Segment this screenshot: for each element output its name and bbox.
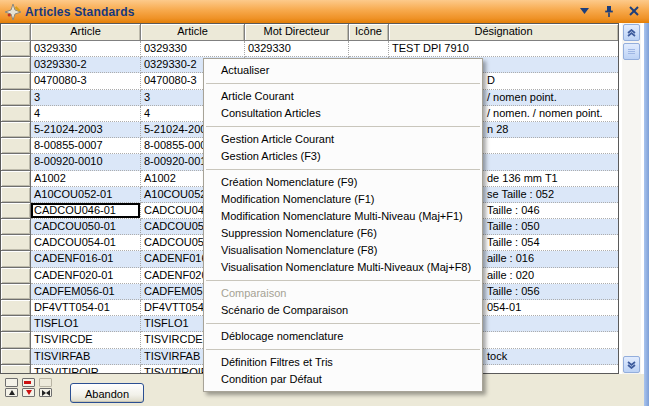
chevron-up-icon xyxy=(627,29,636,37)
context-menu: ActualiserArticle CourantConsultation Ar… xyxy=(203,58,483,392)
article-cell[interactable]: TISVIRCDE xyxy=(31,332,141,348)
article2-cell[interactable]: 0329330 xyxy=(141,41,245,57)
article-cell[interactable]: CADCOU050-01 xyxy=(31,219,141,235)
menu-item[interactable]: Modification Nomenclature Multi-Niveau (… xyxy=(204,208,482,225)
menu-item[interactable]: Visualisation Nomenclature (F8) xyxy=(204,242,482,259)
row-header[interactable] xyxy=(1,73,31,89)
row-header[interactable] xyxy=(1,154,31,170)
chevron-down-icon[interactable] xyxy=(577,4,591,18)
article-cell[interactable]: CADCOU046-01 xyxy=(31,203,141,219)
menu-item[interactable]: Visualisation Nomenclature Multi-Niveaux… xyxy=(204,259,482,276)
menu-item[interactable]: Suppression Nomenclature (F6) xyxy=(204,225,482,242)
row-header[interactable] xyxy=(1,251,31,267)
row-header[interactable] xyxy=(1,349,31,365)
article-cell[interactable]: TISFLO1 xyxy=(31,316,141,332)
menu-separator xyxy=(206,83,480,84)
row-header[interactable] xyxy=(1,41,31,57)
nav-move-down[interactable] xyxy=(22,388,35,397)
row-header[interactable] xyxy=(1,235,31,251)
nav-first-last[interactable] xyxy=(39,388,52,397)
article-cell[interactable]: 4 xyxy=(31,106,141,122)
pin-icon[interactable] xyxy=(602,4,616,18)
close-icon[interactable] xyxy=(627,4,641,18)
article-cell[interactable]: 8-00855-0007 xyxy=(31,138,141,154)
table-header-row: ArticleArticleMot DirecteurIcôneDésignat… xyxy=(1,24,618,41)
menu-separator xyxy=(206,126,480,127)
article-cell[interactable]: A10COU052-01 xyxy=(31,187,141,203)
column-header[interactable]: Article xyxy=(141,24,245,41)
column-header[interactable]: Icône xyxy=(349,24,389,41)
article-cell[interactable]: 3 xyxy=(31,90,141,106)
row-header[interactable] xyxy=(1,268,31,284)
menu-item[interactable]: Gestion Articles (F3) xyxy=(204,148,482,165)
scrollbar-thumb[interactable] xyxy=(623,43,640,60)
article-cell[interactable]: CADCOU054-01 xyxy=(31,235,141,251)
article-cell[interactable]: 5-21024-2003 xyxy=(31,122,141,138)
article-cell[interactable]: A1002 xyxy=(31,171,141,187)
article-cell[interactable]: DF4VTT054-01 xyxy=(31,300,141,316)
mot-directeur-cell[interactable]: 0329330 xyxy=(245,41,349,57)
app-icon xyxy=(5,4,21,20)
row-header[interactable] xyxy=(1,203,31,219)
row-header[interactable] xyxy=(1,138,31,154)
row-header[interactable] xyxy=(1,57,31,73)
article-cell[interactable]: 8-00920-0010 xyxy=(31,154,141,170)
article-cell[interactable]: 0329330 xyxy=(31,41,141,57)
row-header[interactable] xyxy=(1,171,31,187)
menu-item[interactable]: Scénario de Comparaison xyxy=(204,302,482,319)
menu-item[interactable]: Article Courant xyxy=(204,88,482,105)
titlebar: Articles Standards xyxy=(0,0,649,24)
menu-separator xyxy=(206,169,480,170)
scroll-down-button[interactable] xyxy=(623,356,640,373)
table-row: 032933003293300329330TEST DPI 7910 xyxy=(1,41,618,57)
menu-item[interactable]: Création Nomenclature (F9) xyxy=(204,174,482,191)
vertical-scrollbar[interactable] xyxy=(622,23,641,374)
article-cell[interactable]: CADFEM056-01 xyxy=(31,284,141,300)
row-header[interactable] xyxy=(1,122,31,138)
menu-item[interactable]: Condition par Défaut xyxy=(204,371,482,388)
article-cell[interactable]: 0470080-3 xyxy=(31,73,141,89)
menu-item[interactable]: Définition Filtres et Tris xyxy=(204,354,482,371)
article-cell[interactable]: TISVITIROIR xyxy=(31,365,141,374)
abandon-button[interactable]: Abandon xyxy=(70,383,144,403)
window: { "window": { "title": "Articles Standar… xyxy=(0,0,649,406)
row-header[interactable] xyxy=(1,187,31,203)
row-header[interactable] xyxy=(1,365,31,374)
menu-item: Comparaison xyxy=(204,285,482,302)
header-corner[interactable] xyxy=(1,24,31,41)
article-cell[interactable]: CADENF020-01 xyxy=(31,268,141,284)
menu-separator xyxy=(206,323,480,324)
window-right-edge xyxy=(644,23,649,406)
nav-remove[interactable] xyxy=(22,378,35,387)
row-header[interactable] xyxy=(1,219,31,235)
row-header[interactable] xyxy=(1,316,31,332)
scrollbar-grip xyxy=(628,49,635,54)
window-title: Articles Standards xyxy=(25,5,135,19)
article-cell[interactable]: TISVIRFAB xyxy=(31,349,141,365)
scrollbar-zone xyxy=(619,23,644,374)
column-header[interactable]: Désignation xyxy=(389,24,618,41)
icone-cell[interactable] xyxy=(349,41,389,57)
row-header[interactable] xyxy=(1,106,31,122)
article-cell[interactable]: CADENF016-01 xyxy=(31,251,141,267)
row-header[interactable] xyxy=(1,300,31,316)
menu-item[interactable]: Actualiser xyxy=(204,62,482,79)
chevron-down-icon xyxy=(627,361,636,369)
row-header[interactable] xyxy=(1,90,31,106)
nav-blank-1[interactable] xyxy=(5,378,18,387)
nav-move-up[interactable] xyxy=(5,388,18,397)
menu-item[interactable]: Déblocage nomenclature xyxy=(204,328,482,345)
menu-item[interactable]: Modification Nomenclature (F1) xyxy=(204,191,482,208)
designation-cell[interactable]: TEST DPI 7910 xyxy=(389,41,618,57)
menu-item[interactable]: Consultation Articles xyxy=(204,105,482,122)
row-header[interactable] xyxy=(1,332,31,348)
menu-item[interactable]: Gestion Article Courant xyxy=(204,131,482,148)
scroll-up-button[interactable] xyxy=(623,24,640,41)
menu-separator xyxy=(206,349,480,350)
nav-blank-2[interactable] xyxy=(39,378,52,387)
menu-separator xyxy=(206,280,480,281)
article-cell[interactable]: 0329330-2 xyxy=(31,57,141,73)
column-header[interactable]: Mot Directeur xyxy=(245,24,349,41)
column-header[interactable]: Article xyxy=(31,24,141,41)
row-header[interactable] xyxy=(1,284,31,300)
